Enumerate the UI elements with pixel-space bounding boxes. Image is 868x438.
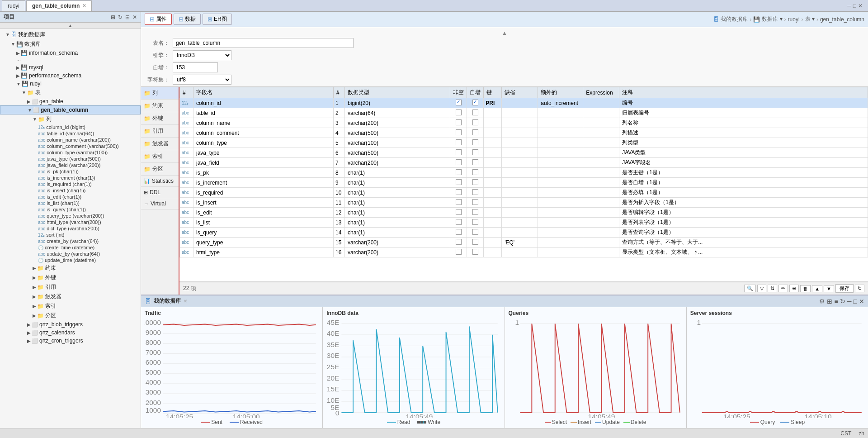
cell-notnull[interactable] xyxy=(450,118,467,128)
tree-item-perf[interactable]: ▶ 💾 performance_schema xyxy=(0,71,141,80)
table-row[interactable]: abc is_pk 8 char(1) 是否主键（1是） xyxy=(180,168,868,178)
down-btn[interactable]: ▼ xyxy=(824,285,834,292)
tree-item-qrtz-cal[interactable]: ▶ ⬜ qrtz_calendars xyxy=(0,328,141,337)
cell-notnull[interactable] xyxy=(450,138,467,148)
refresh-btn[interactable]: ↻ xyxy=(855,285,864,292)
tree-item-fk[interactable]: ▶ 📁 外键 xyxy=(0,273,141,282)
tree-item-hidden[interactable]: ··· xyxy=(0,57,141,63)
cell-notnull[interactable] xyxy=(450,198,467,208)
tree-col-is-edit[interactable]: abc is_edit (char(1)) xyxy=(0,194,141,200)
tab-gen-table-column[interactable]: gen_table_column ✕ xyxy=(26,0,92,11)
table-row[interactable]: abc is_query 14 char(1) 是否查询字段（1是） xyxy=(180,228,868,238)
cell-autoinc[interactable] xyxy=(467,158,484,168)
sort-btn[interactable]: ⇅ xyxy=(768,285,777,292)
nav-item-triggers[interactable]: 📁 触发器 xyxy=(141,138,179,150)
tree-col-col-comment[interactable]: abc column_comment (varchar(500)) xyxy=(0,143,141,149)
collapse-icon[interactable]: ▲ xyxy=(502,30,507,36)
cell-autoinc[interactable] xyxy=(467,138,484,148)
tree-col-column-id[interactable]: 12₃ column_id (bigint) xyxy=(0,124,141,130)
table-row[interactable]: abc column_comment 4 varchar(500) 列描述 xyxy=(180,128,868,138)
cell-autoinc[interactable] xyxy=(467,238,484,248)
tree-item-index[interactable]: ▶ 📁 索引 xyxy=(0,301,141,311)
tree-item-db[interactable]: ▼ 💾 数据库 xyxy=(0,39,141,49)
tree-col-is-inc[interactable]: abc is_increment (char(1)) xyxy=(0,175,141,181)
cell-autoinc[interactable] xyxy=(467,188,484,198)
filter-btn[interactable]: ▽ xyxy=(757,285,766,292)
tree-item-mysql[interactable]: ▶ 💾 mysql xyxy=(0,63,141,71)
cell-autoinc[interactable] xyxy=(467,108,484,118)
save-btn[interactable]: 保存 xyxy=(835,284,854,293)
tree-scroll-up[interactable]: ▲ xyxy=(0,23,141,29)
close-icon[interactable]: ✕ xyxy=(858,3,863,9)
tree-item-qrtz-blob[interactable]: ▶ ⬜ qrtz_blob_triggers xyxy=(0,320,141,328)
toolbar-btn-er[interactable]: ⊠ ER图 xyxy=(203,14,232,25)
tree-col-col-name[interactable]: abc column_name (varchar(200)) xyxy=(0,137,141,143)
tree-item-info-schema[interactable]: ▶ 💾 information_schema xyxy=(0,49,141,57)
table-row[interactable]: abc column_type 5 varchar(100) 列类型 xyxy=(180,138,868,148)
table-row[interactable]: abc column_name 3 varchar(200) 列名称 xyxy=(180,118,868,128)
cell-autoinc[interactable] xyxy=(467,228,484,238)
up-btn[interactable]: ▲ xyxy=(812,285,822,292)
tree-item-qrtz-cron[interactable]: ▶ ⬜ qrtz_cron_triggers xyxy=(0,337,141,345)
tree-item-gen-table-col[interactable]: ▼ ⬜ gen_table_column xyxy=(0,105,141,114)
select-engine[interactable]: InnoDB MyISAM xyxy=(173,50,231,60)
tree-col-table-id[interactable]: abc table_id (varchar(64)) xyxy=(0,130,141,137)
table-row[interactable]: 12₃ column_id 1 bigint(20) ✓ ✓ PRI auto_… xyxy=(180,98,868,108)
table-row[interactable]: abc is_edit 12 char(1) 是否编辑字段（1是） xyxy=(180,208,868,218)
cell-autoinc[interactable] xyxy=(467,218,484,228)
left-panel-close[interactable]: ✕ xyxy=(132,14,137,20)
table-row[interactable]: abc is_list 13 char(1) 是否列表字段（1是） xyxy=(180,218,868,228)
tree-col-col-type[interactable]: abc column_type (varchar(100)) xyxy=(0,149,141,156)
input-name[interactable] xyxy=(173,38,354,48)
tree-col-sort[interactable]: 12₃ sort (int) xyxy=(0,232,141,238)
cell-notnull[interactable] xyxy=(450,168,467,178)
tree-col-is-req[interactable]: abc is_required (char(1)) xyxy=(0,181,141,187)
tree-item-gen-table[interactable]: ▶ ⬜ gen_table xyxy=(0,97,141,105)
cell-autoinc[interactable] xyxy=(467,118,484,128)
toolbar-btn-data[interactable]: ⊟ 数据 xyxy=(174,14,201,25)
copy-btn[interactable]: ⊕ xyxy=(789,285,799,292)
dash-grid-icon[interactable]: ⊞ xyxy=(827,298,832,305)
left-panel-icon1[interactable]: ⊞ xyxy=(111,14,115,20)
tree-col-html-type[interactable]: abc html_type (varchar(200)) xyxy=(0,219,141,225)
tree-item-constraints[interactable]: ▶ 📁 约束 xyxy=(0,263,141,273)
cell-autoinc[interactable] xyxy=(467,148,484,158)
tree-item-refs[interactable]: ▶ 📁 引用 xyxy=(0,282,141,292)
tree-col-is-query[interactable]: abc is_query (char(1)) xyxy=(0,206,141,213)
cell-autoinc[interactable] xyxy=(467,198,484,208)
tab-ruoyi[interactable]: ruoyi xyxy=(2,0,25,11)
tree-item-triggers[interactable]: ▶ 📁 触发器 xyxy=(0,292,141,301)
cell-notnull[interactable] xyxy=(450,218,467,228)
cell-notnull[interactable] xyxy=(450,158,467,168)
dash-close-icon[interactable]: ✕ xyxy=(859,298,864,305)
cell-notnull[interactable] xyxy=(450,248,467,257)
select-charset[interactable]: utf8 utf8mb4 xyxy=(173,75,231,85)
nav-item-ddl[interactable]: ⊞ DDL xyxy=(141,187,179,198)
cell-notnull[interactable] xyxy=(450,208,467,218)
table-row[interactable]: abc java_field 7 varchar(200) JAVA字段名 xyxy=(180,158,868,168)
table-row[interactable]: abc is_required 10 char(1) 是否必填（1是） xyxy=(180,188,868,198)
cell-notnull[interactable] xyxy=(450,128,467,138)
tree-area[interactable]: ▼ 🗄 我的数据库 ▼ 💾 数据库 ▶ 💾 information_schema… xyxy=(0,29,141,428)
tab-close-icon[interactable]: ✕ xyxy=(82,3,86,8)
tree-col-is-pk[interactable]: abc is_pk (char(1)) xyxy=(0,168,141,175)
cell-autoinc[interactable]: ✓ xyxy=(467,98,484,108)
nav-item-partition[interactable]: 📁 分区 xyxy=(141,163,179,176)
tree-col-create-by[interactable]: abc create_by (varchar(64)) xyxy=(0,238,141,244)
cell-notnull[interactable] xyxy=(450,238,467,248)
cell-autoinc[interactable] xyxy=(467,178,484,188)
cell-notnull[interactable] xyxy=(450,188,467,198)
cell-notnull[interactable] xyxy=(450,148,467,158)
dash-max-icon[interactable]: □ xyxy=(854,298,857,305)
tree-col-update-by[interactable]: abc update_by (varchar(64)) xyxy=(0,251,141,257)
table-row[interactable]: abc java_type 6 varchar(500) JAVA类型 xyxy=(180,148,868,158)
delete-btn[interactable]: 🗑 xyxy=(800,285,811,292)
table-row[interactable]: abc query_type 15 varchar(200) 'EQ' 查询方式… xyxy=(180,238,868,248)
dash-min-icon[interactable]: ─ xyxy=(847,298,852,305)
nav-item-statistics[interactable]: 📊 Statistics xyxy=(141,176,179,187)
cell-autoinc[interactable] xyxy=(467,128,484,138)
nav-item-index[interactable]: 📁 索引 xyxy=(141,150,179,163)
tree-item-tables[interactable]: ▼ 📁 表 xyxy=(0,88,141,97)
nav-item-virtual[interactable]: → Virtual xyxy=(141,198,179,209)
tree-item-columns[interactable]: ▼ 📁 列 xyxy=(0,114,141,124)
